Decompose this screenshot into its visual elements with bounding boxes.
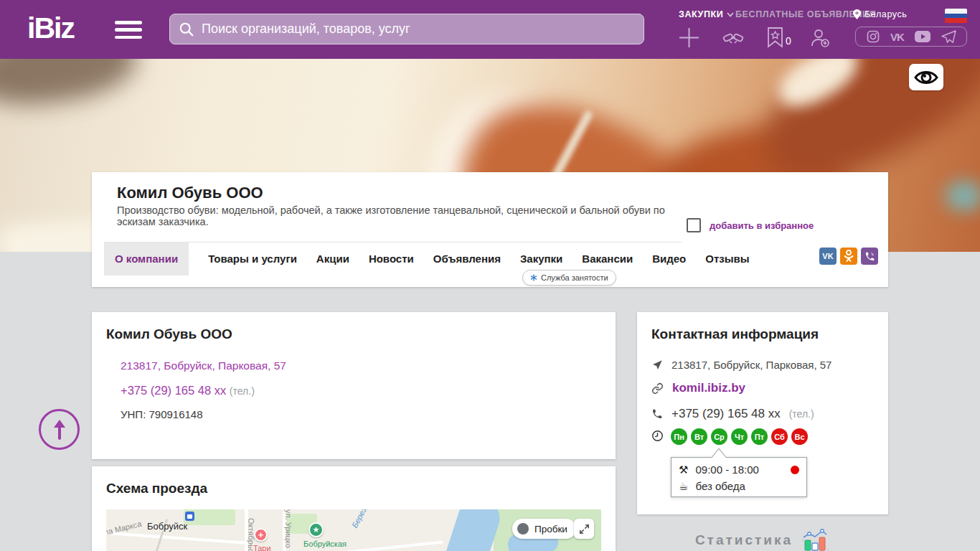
employment-asterisk-icon [530,274,537,281]
work-days: Пн Вт Ср Чт Пт Сб Вс [671,428,808,445]
share-buttons: VK [819,248,878,265]
location-pin-icon [853,9,861,19]
language-flag-russia[interactable] [945,9,967,23]
day-thursday[interactable]: Чт [731,428,748,445]
tab-vacancies[interactable]: Вакансии [582,253,633,265]
nav-country-label: Беларусь [864,9,907,19]
nav-procurement-label: ЗАКУПКИ [679,9,723,19]
register-user-icon[interactable] [809,27,831,49]
company-description: Производство обуви: модельной, рабочей, … [117,204,684,227]
contact-address-row: 213817, Бобруйск, Парковая, 57 [651,359,831,371]
company-card: Комил Обувь ООО Производство обуви: моде… [92,172,888,287]
instagram-icon[interactable] [866,29,880,44]
map-poi-label: Бобруйская крепость [294,540,356,551]
share-ok-button[interactable] [840,248,857,265]
company-title: Комил Обувь ООО [117,184,263,202]
employment-service-badge[interactable]: Служба занятости [522,270,616,286]
coffee-cup-icon: ☕ [679,480,688,493]
contact-website-link[interactable]: komil.ibiz.by [672,381,745,395]
company-unp: УНП: 790916148 [121,408,203,420]
phone-number: +375 (29) 165 48 xx [121,384,226,397]
add-to-favorites[interactable]: добавить в избранное [687,218,814,232]
statistics-title: Статистика [695,532,793,548]
partners-handshake-icon[interactable] [722,29,745,47]
page: iBiz ЗАКУПКИ БЕСПЛАТНЫЕ ОБЪЯВЛЕНИЯ Белар… [0,0,980,551]
contact-card-title: Контактная информация [651,326,819,342]
share-vk-button[interactable]: VK [819,248,837,265]
work-tools-icon: ⚒ [679,463,688,476]
site-logo[interactable]: iBiz [27,11,74,45]
schedule-lunch: без обеда [695,480,745,492]
contact-address: 213817, Бобруйск, Парковая, 57 [672,359,831,371]
share-viber-button[interactable] [861,248,878,265]
header-social-links: VK [855,27,967,47]
traffic-light-icon [517,523,529,534]
company-address-link[interactable]: 213817, Бобруйск, Парковая, 57 [121,359,286,372]
nav-country[interactable]: Беларусь [853,9,907,19]
tab-news[interactable]: Новости [369,253,414,265]
traffic-toggle-button[interactable]: Пробки [512,519,576,539]
map-marker-medical[interactable]: + [254,528,268,542]
map-card: Схема проезда Бобруйск ла Маркса Октябрь… [92,466,616,551]
hero-photo-shape [946,181,980,211]
search-input[interactable] [202,22,635,37]
employment-service-label: Служба занятости [541,273,608,282]
map-road [106,532,250,545]
favorites-bookmark-icon[interactable]: 0 [766,27,791,48]
map-city-label: Бобруйск [147,521,187,532]
top-header: iBiz ЗАКУПКИ БЕСПЛАТНЫЕ ОБЪЯВЛЕНИЯ Белар… [0,0,980,59]
map-train-station-icon [185,512,194,521]
accessibility-version-button[interactable] [909,64,943,90]
map-card-title: Схема проезда [106,481,207,496]
nav-procurement[interactable]: ЗАКУПКИ [679,9,734,19]
day-sunday[interactable]: Вс [791,428,808,445]
phone-icon [651,408,663,420]
info-card-title: Комил Обувь ООО [106,326,232,342]
company-info-card: Комил Обувь ООО 213817, Бобруйск, Парков… [92,312,616,459]
day-monday[interactable]: Пн [671,428,687,445]
chevron-down-icon [727,12,734,17]
search-bar [169,14,644,44]
map-poi-label-line: крепость [294,548,356,551]
scroll-to-top-button[interactable] [39,409,80,450]
schedule-tooltip: ⚒ 09:00 - 18:00 ☕ без обеда [671,457,807,497]
map-river-label: Березина [350,509,374,529]
day-friday[interactable]: Пт [751,428,768,445]
tab-ads[interactable]: Объявления [433,253,501,265]
chart-icon [800,528,830,551]
tab-procurement[interactable]: Закупки [520,253,562,265]
tab-video[interactable]: Видео [652,253,686,265]
schedule-clock-row [651,430,664,442]
day-wednesday[interactable]: Ср [711,428,727,445]
day-saturday[interactable]: Сб [771,428,788,445]
clock-icon [651,430,664,442]
map-poi-label-line: Бобруйская [294,540,356,548]
hero-photo-shape [0,59,141,113]
favorite-checkbox[interactable] [687,218,701,232]
tab-promos[interactable]: Акции [316,253,349,265]
tab-products[interactable]: Товары и услуги [208,253,297,265]
day-tuesday[interactable]: Вт [691,428,707,445]
contact-phone-note: (тел.) [789,408,814,420]
contact-info-card: Контактная информация 213817, Бобруйск, … [637,312,888,514]
favorite-label: добавить в избранное [710,220,814,231]
eye-icon [914,68,938,87]
link-icon [651,382,664,395]
contact-phone[interactable]: +375 (29) 165 48 xx [672,407,781,421]
map-fullscreen-button[interactable] [574,519,594,539]
tab-reviews[interactable]: Отзывы [705,253,749,265]
schedule-hours-row: ⚒ 09:00 - 18:00 [679,461,799,478]
city-map[interactable]: Бобруйск ла Маркса Октябрьс ул. Урицко +… [106,509,601,551]
map-marker-fortress[interactable]: ★ [308,522,324,537]
company-phone-link[interactable]: +375 (29) 165 48 xx (тел.) [121,384,255,397]
map-street-label: ул. Урицко [284,509,293,548]
vk-icon[interactable]: VK [890,31,904,43]
closed-now-indicator [791,466,799,474]
map-river [423,509,505,551]
youtube-icon[interactable] [914,30,931,43]
add-button[interactable] [677,26,701,50]
telegram-icon[interactable] [941,30,956,44]
menu-burger-icon[interactable] [115,21,142,39]
tab-about[interactable]: О компании [104,242,189,276]
navigation-arrow-icon [651,359,663,371]
